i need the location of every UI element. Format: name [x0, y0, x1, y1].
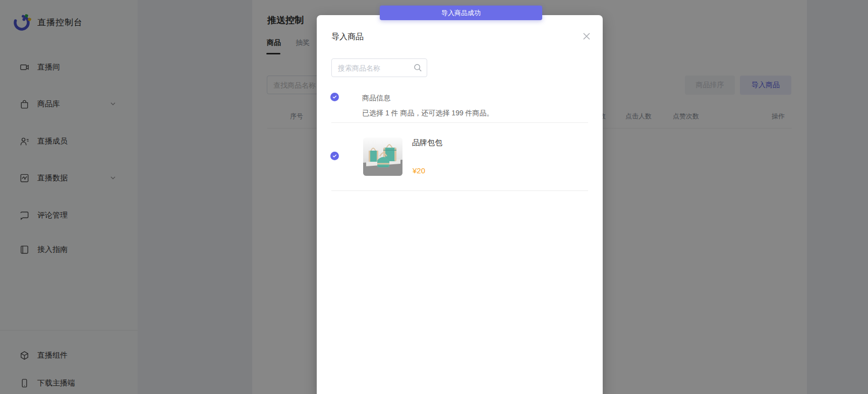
select-all-checkbox[interactable] — [330, 93, 339, 101]
product-image[interactable] — [363, 138, 402, 176]
close-icon[interactable] — [582, 31, 592, 41]
product-name: 品牌包包 — [412, 138, 442, 148]
modal-divider — [331, 190, 588, 191]
product-checkbox[interactable] — [330, 152, 339, 160]
summary-detail: 已选择 1 件 商品，还可选择 199 件商品。 — [362, 109, 494, 118]
summary-title: 商品信息 — [362, 94, 390, 103]
product-price: ¥20 — [413, 166, 425, 175]
modal-title: 导入商品 — [331, 32, 364, 42]
modal-search-wrap — [331, 58, 427, 77]
modal-search-input[interactable] — [331, 58, 427, 77]
modal-divider — [331, 122, 588, 123]
import-products-modal: 导入商品 商品信息 已选择 1 件 商品，还可选择 199 件商品。 — [317, 15, 603, 394]
search-icon[interactable] — [414, 63, 422, 72]
success-toast: 导入商品成功 — [380, 6, 542, 20]
